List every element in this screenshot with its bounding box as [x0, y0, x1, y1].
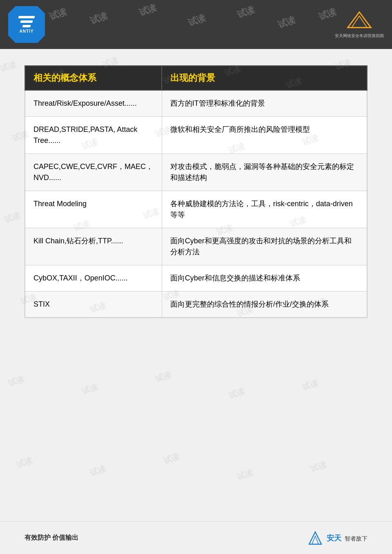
table-row: Threat/Risk/Exposure/Asset......西方的IT管理和…	[25, 90, 367, 117]
svg-marker-0	[348, 12, 371, 28]
bwm26: 试读	[227, 385, 247, 401]
table-cell-right: 面向Cyber和信息交换的描述和标准体系	[162, 265, 367, 291]
table-cell-left: Threat/Risk/Exposure/Asset......	[25, 90, 162, 117]
footer: 有效防护 价值输出 安天 智者敌下	[0, 521, 392, 554]
bwm30: 试读	[162, 451, 181, 467]
header-right-text: 安天网络安全冬训营第四期	[335, 33, 384, 39]
footer-right: 安天 智者敌下	[307, 530, 368, 546]
table-cell-right: 面向更完整的综合性的情报分析/作业/交换的体系	[162, 291, 367, 318]
wm2: 试读	[88, 9, 109, 27]
wm1: 试读	[47, 5, 69, 23]
table-cell-left: CybOX,TAXII，OpenIOC......	[25, 265, 162, 291]
bwm28: 试读	[15, 455, 34, 471]
main-content: 相关的概念体系 出现的背景 Threat/Risk/Exposure/Asset…	[0, 49, 392, 334]
wm3: 试读	[137, 1, 158, 19]
table-cell-right: 微软和相关安全厂商所推出的风险管理模型	[162, 117, 367, 154]
table-cell-left: Threat Modeling	[25, 191, 162, 228]
table-header-row: 相关的概念体系 出现的背景	[25, 66, 367, 90]
bwm27: 试读	[301, 377, 320, 393]
col1-header: 相关的概念体系	[25, 66, 162, 90]
footer-brand-name: 安天	[327, 534, 341, 542]
bwm29: 试读	[89, 463, 108, 479]
header: ANTIY 试读 试读 试读 试读 试读 试读 试读 安天网络安全冬训营第四期	[0, 0, 392, 49]
bwm24: 试读	[80, 381, 100, 397]
svg-marker-1	[352, 16, 367, 27]
svg-marker-3	[309, 532, 321, 544]
logo-line-3	[22, 25, 31, 27]
wm6: 试读	[276, 13, 297, 31]
data-table: 相关的概念体系 出现的背景 Threat/Risk/Exposure/Asset…	[24, 65, 368, 318]
table-row: CybOX,TAXII，OpenIOC......面向Cyber和信息交换的描述…	[25, 265, 367, 291]
table-cell-left: CAPEC,CWE,CVE,CVRF，MAEC，NVD......	[25, 154, 162, 191]
table-row: STIX面向更完整的综合性的情报分析/作业/交换的体系	[25, 291, 367, 318]
wm5: 试读	[235, 3, 256, 21]
logo-text: ANTIY	[20, 29, 34, 33]
header-watermarks: 试读 试读 试读 试读 试读 试读 试读	[0, 0, 392, 49]
footer-slogan: 智者敌下	[345, 535, 368, 542]
table-row: Threat Modeling各种威胁建模的方法论，工具，risk-centri…	[25, 191, 367, 228]
table-cell-right: 西方的IT管理和标准化的背景	[162, 90, 367, 117]
footer-left-text: 有效防护 价值输出	[24, 534, 78, 542]
footer-logo-brand: 安天 智者敌下	[327, 533, 368, 543]
bwm25: 试读	[154, 369, 173, 385]
table-row: DREAD,STRIDE,PASTA, Attack Tree......微软和…	[25, 117, 367, 154]
header-right: 安天网络安全冬训营第四期	[335, 10, 384, 39]
bwm32: 试读	[309, 459, 328, 475]
header-right-logo: 安天网络安全冬训营第四期	[335, 10, 384, 39]
table-row: CAPEC,CWE,CVE,CVRF，MAEC，NVD......对攻击模式，脆…	[25, 154, 367, 191]
logo-line-2	[20, 20, 33, 23]
wm4: 试读	[186, 11, 207, 29]
table-cell-left: STIX	[25, 291, 162, 318]
table-cell-left: Kill Chain,钻石分析,TTP......	[25, 228, 162, 265]
logo-line-1	[18, 16, 35, 18]
footer-logo-svg	[307, 530, 323, 546]
table-cell-right: 面向Cyber和更高强度的攻击和对抗的场景的分析工具和分析方法	[162, 228, 367, 265]
table-row: Kill Chain,钻石分析,TTP......面向Cyber和更高强度的攻击…	[25, 228, 367, 265]
table-cell-left: DREAD,STRIDE,PASTA, Attack Tree......	[25, 117, 162, 154]
bwm31: 试读	[236, 467, 255, 483]
logo: ANTIY	[8, 6, 45, 43]
col2-header: 出现的背景	[162, 66, 367, 90]
antiy-logo-icon	[343, 10, 376, 31]
bwm23: 试读	[7, 373, 26, 389]
table-cell-right: 各种威胁建模的方法论，工具，risk-centric，data-driven等等	[162, 191, 367, 228]
table-cell-right: 对攻击模式，脆弱点，漏洞等各种基础的安全元素的标定和描述结构	[162, 154, 367, 191]
logo-lines	[18, 16, 35, 27]
